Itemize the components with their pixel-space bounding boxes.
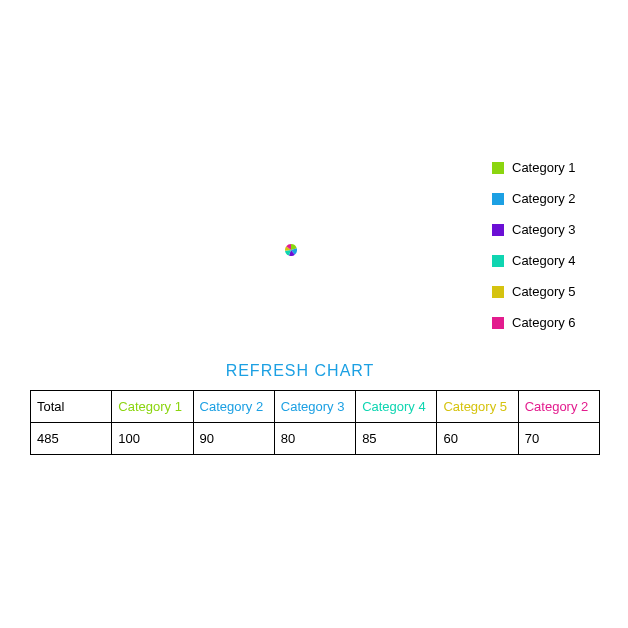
refresh-button[interactable]: REFRESH CHART: [0, 362, 600, 380]
legend-swatch: [492, 162, 504, 174]
table-cell: 100: [112, 423, 193, 455]
table-header-cell: Category 2: [518, 391, 599, 423]
legend: Category 1Category 2Category 3Category 4…: [492, 160, 576, 346]
table-cell: 60: [437, 423, 518, 455]
legend-swatch: [492, 317, 504, 329]
table-header-cell: Total: [31, 391, 112, 423]
legend-item: Category 3: [492, 222, 576, 237]
table-cell: 70: [518, 423, 599, 455]
table-cell: 80: [274, 423, 355, 455]
legend-label: Category 4: [512, 253, 576, 268]
legend-item: Category 1: [492, 160, 576, 175]
table-header-cell: Category 4: [356, 391, 437, 423]
table-header-cell: Category 3: [274, 391, 355, 423]
table-header-cell: Category 1: [112, 391, 193, 423]
table-cell: 485: [31, 423, 112, 455]
legend-swatch: [492, 286, 504, 298]
legend-swatch: [492, 193, 504, 205]
legend-label: Category 6: [512, 315, 576, 330]
table-cell: 90: [193, 423, 274, 455]
table-header-cell: Category 2: [193, 391, 274, 423]
table-header-row: TotalCategory 1Category 2Category 3Categ…: [31, 391, 600, 423]
legend-item: Category 4: [492, 253, 576, 268]
legend-label: Category 5: [512, 284, 576, 299]
table-row: 4851009080856070: [31, 423, 600, 455]
table-header-cell: Category 5: [437, 391, 518, 423]
pie-chart: [285, 244, 297, 256]
legend-label: Category 1: [512, 160, 576, 175]
legend-item: Category 6: [492, 315, 576, 330]
legend-label: Category 3: [512, 222, 576, 237]
legend-item: Category 5: [492, 284, 576, 299]
legend-item: Category 2: [492, 191, 576, 206]
data-table: TotalCategory 1Category 2Category 3Categ…: [30, 390, 600, 455]
legend-swatch: [492, 224, 504, 236]
table-cell: 85: [356, 423, 437, 455]
legend-swatch: [492, 255, 504, 267]
legend-label: Category 2: [512, 191, 576, 206]
